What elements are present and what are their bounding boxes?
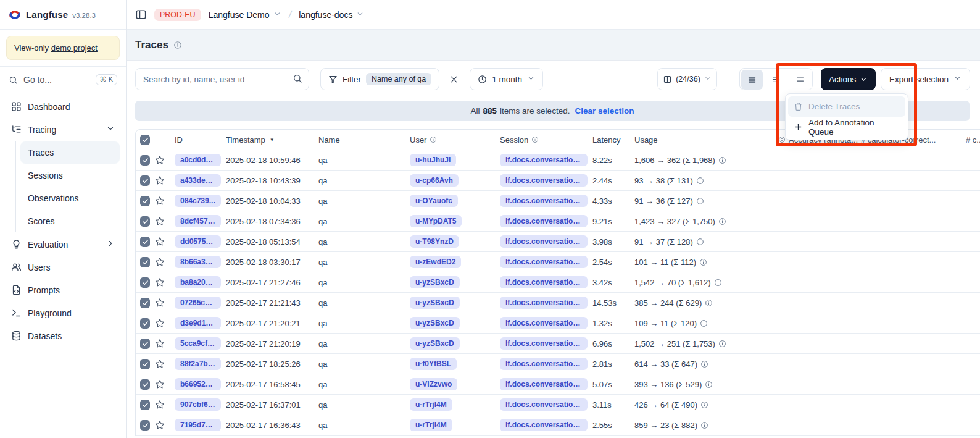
trace-id-badge[interactable]: b669529... — [175, 378, 221, 390]
columns-button[interactable]: (24/36) — [657, 68, 717, 90]
session-id-badge[interactable]: lf.docs.conversation... — [500, 215, 588, 227]
sidebar-item-sessions[interactable]: Sessions — [20, 164, 120, 187]
clear-selection-link[interactable]: Clear selection — [575, 106, 634, 116]
column-header-timestamp[interactable]: Timestamp▼ — [226, 135, 318, 145]
goto-search[interactable]: Go to... ⌘ K — [0, 67, 126, 91]
info-icon[interactable] — [699, 258, 707, 266]
time-range-button[interactable]: 1 month — [470, 68, 543, 90]
menu-item-delete-traces[interactable]: Delete Traces — [788, 96, 905, 117]
trace-id-badge[interactable]: ba8a208f... — [175, 276, 221, 288]
user-id-badge[interactable]: u-zEwdED2 — [410, 256, 461, 268]
trace-id-badge[interactable]: 07265c7a... — [175, 297, 221, 309]
bookmark-star-icon[interactable] — [155, 420, 165, 430]
row-checkbox[interactable] — [140, 216, 150, 227]
bookmark-star-icon[interactable] — [155, 257, 165, 267]
sidebar-item-dashboard[interactable]: Dashboard — [6, 95, 120, 118]
info-icon[interactable] — [714, 279, 722, 287]
user-id-badge[interactable]: u-yzSBxcD — [410, 337, 460, 350]
row-checkbox[interactable] — [140, 339, 150, 349]
org-selector[interactable]: Langfuse Demo — [209, 10, 281, 20]
user-id-badge[interactable]: u-T98YnzD — [410, 235, 459, 248]
info-icon[interactable] — [718, 217, 726, 225]
select-all-checkbox[interactable] — [140, 135, 150, 145]
trace-id-badge[interactable]: 5cca9cf2... — [175, 337, 221, 350]
session-id-badge[interactable]: lf.docs.conversation... — [500, 154, 588, 166]
bookmark-star-icon[interactable] — [155, 155, 165, 165]
filter-button[interactable]: Filter Name any of qa — [320, 68, 439, 90]
info-icon[interactable] — [718, 340, 726, 348]
info-icon[interactable] — [700, 421, 708, 429]
trace-id-badge[interactable]: 907cbf6e... — [175, 398, 221, 411]
row-checkbox[interactable] — [140, 400, 150, 410]
bookmark-star-icon[interactable] — [155, 318, 165, 328]
info-icon[interactable] — [705, 299, 713, 307]
row-checkbox[interactable] — [140, 155, 150, 166]
trace-id-badge[interactable]: dd05753... — [175, 235, 221, 248]
row-checkbox[interactable] — [140, 277, 150, 288]
row-checkbox[interactable] — [140, 237, 150, 247]
info-icon[interactable] — [700, 319, 708, 327]
search-input[interactable] — [135, 68, 309, 90]
sidebar-item-datasets[interactable]: Datasets — [6, 324, 120, 347]
row-checkbox[interactable] — [140, 318, 150, 329]
sidebar-item-evaluation[interactable]: Evaluation — [6, 233, 120, 256]
trace-id-badge[interactable]: 8b66a34... — [175, 256, 221, 268]
info-icon[interactable] — [173, 41, 182, 49]
bookmark-star-icon[interactable] — [155, 298, 165, 308]
column-header-session[interactable]: Session — [500, 135, 592, 145]
user-id-badge[interactable]: u-yzSBxcD — [410, 276, 460, 288]
bookmark-star-icon[interactable] — [155, 237, 165, 246]
bookmark-star-icon[interactable] — [155, 277, 165, 287]
trace-id-badge[interactable]: 88f2a7b0... — [175, 358, 221, 370]
bookmark-star-icon[interactable] — [155, 216, 165, 226]
trace-id-badge[interactable]: 7195d78e... — [175, 419, 221, 431]
user-id-badge[interactable]: u-rTrjI4M — [410, 398, 452, 411]
project-selector[interactable]: langfuse-docs — [299, 10, 364, 20]
bookmark-star-icon[interactable] — [155, 400, 165, 410]
sidebar-item-traces[interactable]: Traces — [20, 141, 120, 164]
menu-item-add-to-annotation-queue[interactable]: Add to Annotation Queue — [788, 117, 905, 137]
sidebar-item-scores[interactable]: Scores — [20, 210, 120, 232]
clear-filter-icon[interactable] — [447, 72, 461, 86]
column-header-usage[interactable]: Usage — [634, 135, 778, 145]
column-header-name[interactable]: Name — [318, 135, 410, 145]
column-header-score3[interactable]: # c... — [966, 135, 980, 145]
session-id-badge[interactable]: lf.docs.conversation... — [500, 276, 588, 288]
row-checkbox[interactable] — [140, 420, 150, 431]
search-icon[interactable] — [293, 74, 302, 85]
demo-project-link[interactable]: demo project — [51, 43, 98, 53]
session-id-badge[interactable]: lf.docs.conversation... — [500, 174, 588, 187]
user-id-badge[interactable]: u-MYpDAT5 — [410, 215, 462, 227]
row-checkbox[interactable] — [140, 196, 150, 206]
user-id-badge[interactable]: u-cp66Avh — [410, 174, 459, 187]
info-icon[interactable] — [696, 197, 704, 205]
row-height-small-button[interactable] — [741, 70, 763, 90]
sidebar-toggle-icon[interactable] — [135, 9, 147, 20]
column-header-id[interactable]: ID — [175, 135, 226, 145]
session-id-badge[interactable]: lf.docs.conversation... — [500, 419, 588, 431]
bookmark-star-icon[interactable] — [155, 175, 165, 185]
session-id-badge[interactable]: lf.docs.conversation... — [500, 378, 588, 390]
row-checkbox[interactable] — [140, 379, 150, 390]
user-id-badge[interactable]: u-yzSBxcD — [410, 297, 460, 309]
sidebar-item-tracing[interactable]: Tracing — [6, 118, 120, 141]
bookmark-star-icon[interactable] — [155, 339, 165, 348]
info-icon[interactable] — [700, 401, 708, 409]
row-height-large-button[interactable] — [788, 69, 812, 90]
trace-id-badge[interactable]: a0cd0d9... — [175, 154, 221, 166]
session-id-badge[interactable]: lf.docs.conversation... — [500, 235, 588, 248]
export-selection-button[interactable]: Export selection — [881, 68, 970, 90]
trace-id-badge[interactable]: d3e9d1f2... — [175, 317, 221, 329]
trace-id-badge[interactable]: a433de51... — [175, 174, 221, 187]
info-icon[interactable] — [705, 381, 713, 389]
row-checkbox[interactable] — [140, 257, 150, 267]
user-id-badge[interactable]: u-rTrjI4M — [410, 419, 452, 431]
session-id-badge[interactable]: lf.docs.conversation... — [500, 256, 588, 268]
session-id-badge[interactable]: lf.docs.conversation... — [500, 297, 588, 309]
sidebar-item-playground[interactable]: Playground — [6, 301, 120, 324]
user-id-badge[interactable]: u-f0YfBSL — [410, 358, 457, 370]
user-id-badge[interactable]: u-yzSBxcD — [410, 317, 460, 329]
sidebar-item-observations[interactable]: Observations — [20, 187, 120, 209]
session-id-badge[interactable]: lf.docs.conversation... — [500, 337, 588, 350]
trace-id-badge[interactable]: 084c739... — [175, 195, 221, 207]
